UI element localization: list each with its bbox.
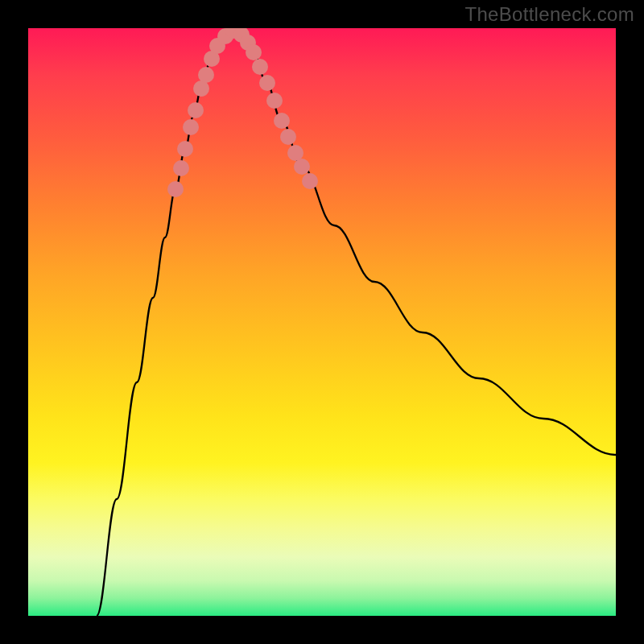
data-dot	[173, 160, 189, 176]
data-dot	[246, 44, 262, 60]
data-dot	[252, 59, 268, 75]
data-dot	[302, 173, 318, 189]
data-dot	[177, 141, 193, 157]
data-dot	[287, 145, 303, 161]
chart-frame: TheBottleneck.com	[0, 0, 644, 644]
data-dot	[259, 75, 275, 91]
chart-svg	[28, 28, 616, 616]
data-dot	[198, 67, 214, 83]
right-curve	[233, 31, 616, 455]
data-dot	[266, 93, 283, 109]
data-dots	[167, 28, 318, 197]
plot-area	[28, 28, 616, 616]
watermark-text: TheBottleneck.com	[464, 3, 634, 26]
data-dot	[274, 113, 290, 129]
left-curve	[97, 31, 233, 616]
data-dot	[280, 129, 296, 145]
data-dot	[183, 119, 199, 135]
data-dot	[167, 181, 184, 197]
data-dot	[188, 102, 204, 118]
data-dot	[193, 80, 209, 97]
data-dot	[294, 159, 310, 175]
